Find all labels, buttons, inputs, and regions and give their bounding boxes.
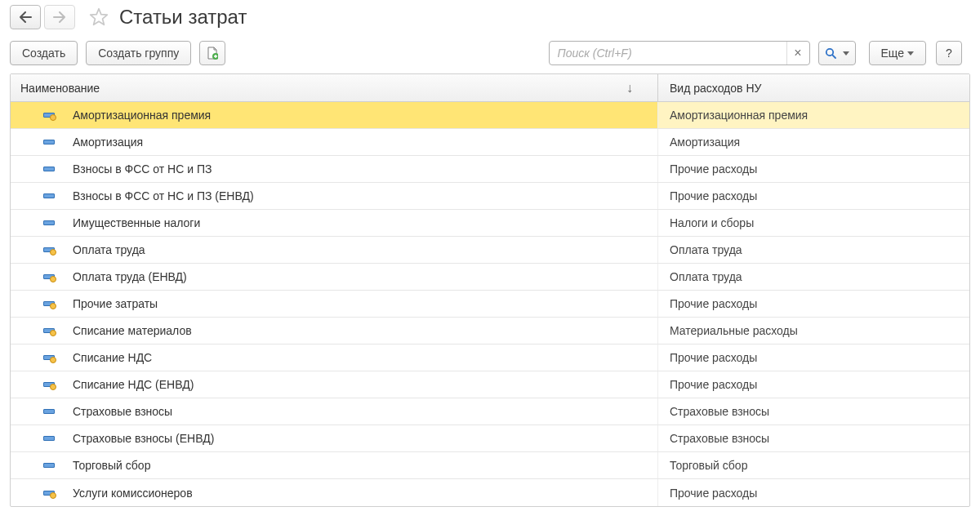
column-header-kind-label: Вид расходов НУ <box>670 82 761 95</box>
tag-dot-icon <box>43 274 55 279</box>
search-menu-button[interactable] <box>818 41 856 65</box>
row-name-label: Списание НДС <box>73 351 152 364</box>
file-add-icon <box>207 47 218 60</box>
search-input[interactable] <box>550 47 786 60</box>
cell-name: Страховые взносы (ЕНВД) <box>11 425 657 451</box>
row-name-label: Страховые взносы <box>73 405 172 418</box>
cell-name: Списание НДС (ЕНВД) <box>11 371 657 398</box>
table-row[interactable]: Имущественные налогиНалоги и сборы <box>11 210 969 237</box>
column-header-name[interactable]: Наименование ↓ <box>11 74 657 101</box>
cell-kind: Прочие расходы <box>657 291 969 317</box>
cell-name: Оплата труда (ЕНВД) <box>11 264 657 290</box>
cell-name: Прочие затраты <box>11 291 657 317</box>
row-kind-label: Материальные расходы <box>670 324 798 337</box>
row-kind-label: Амортизационная премия <box>670 109 808 122</box>
row-kind-label: Страховые взносы <box>670 432 769 445</box>
table-row[interactable]: Торговый сборТорговый сбор <box>11 452 969 479</box>
tag-dot-icon <box>43 355 55 360</box>
search-clear-button[interactable]: × <box>786 42 809 64</box>
close-icon: × <box>794 46 801 60</box>
cell-kind: Материальные расходы <box>657 318 969 344</box>
table-row[interactable]: АмортизацияАмортизация <box>11 129 969 156</box>
tag-dot-icon <box>43 301 55 306</box>
chevron-down-icon <box>907 51 914 56</box>
create-group-button-label: Создать группу <box>98 47 179 60</box>
cell-kind: Оплата труда <box>657 237 969 263</box>
table-row[interactable]: Услуги комиссионеровПрочие расходы <box>11 479 969 506</box>
cell-kind: Амортизационная премия <box>657 102 969 128</box>
cell-kind: Амортизация <box>657 129 969 155</box>
tag-icon <box>43 220 55 225</box>
table-row[interactable]: Оплата труда (ЕНВД)Оплата труда <box>11 264 969 291</box>
import-button[interactable] <box>199 41 225 65</box>
column-header-kind[interactable]: Вид расходов НУ <box>657 74 969 101</box>
page-title: Статьи затрат <box>119 6 247 29</box>
cell-name: Списание НДС <box>11 345 657 371</box>
table-row[interactable]: Взносы в ФСС от НС и ПЗПрочие расходы <box>11 156 969 183</box>
table-row[interactable]: Страховые взносы (ЕНВД)Страховые взносы <box>11 425 969 452</box>
row-kind-label: Прочие расходы <box>670 162 757 176</box>
row-name-label: Услуги комиссионеров <box>73 487 193 500</box>
create-button[interactable]: Создать <box>10 41 78 65</box>
sort-indicator-icon: ↓ <box>626 81 633 96</box>
row-kind-label: Страховые взносы <box>670 405 769 418</box>
help-button[interactable]: ? <box>936 41 962 65</box>
table-row[interactable]: Взносы в ФСС от НС и ПЗ (ЕНВД)Прочие рас… <box>11 183 969 210</box>
table-row[interactable]: Оплата трудаОплата труда <box>11 237 969 264</box>
row-kind-label: Амортизация <box>670 136 740 149</box>
item-icon <box>42 328 56 333</box>
cell-kind: Прочие расходы <box>657 156 969 182</box>
header-bar: Статьи затрат <box>0 0 980 38</box>
column-header-name-label: Наименование <box>20 82 100 95</box>
cell-kind: Страховые взносы <box>657 425 969 451</box>
tag-dot-icon <box>43 247 55 252</box>
item-icon <box>42 355 56 360</box>
item-icon <box>42 140 56 144</box>
cell-kind: Налоги и сборы <box>657 210 969 236</box>
item-icon <box>42 491 56 496</box>
tag-icon <box>43 167 55 171</box>
row-name-label: Оплата труда (ЕНВД) <box>73 270 187 283</box>
cell-kind: Прочие расходы <box>657 345 969 371</box>
grid-body: Амортизационная премияАмортизационная пр… <box>11 102 969 506</box>
tag-icon <box>43 140 55 144</box>
item-icon <box>42 436 56 441</box>
row-name-label: Списание НДС (ЕНВД) <box>73 378 194 391</box>
cell-name: Амортизация <box>11 129 657 155</box>
table-row[interactable]: Амортизационная премияАмортизационная пр… <box>11 102 969 129</box>
table-row[interactable]: Прочие затратыПрочие расходы <box>11 291 969 318</box>
tag-dot-icon <box>43 113 55 118</box>
more-button[interactable]: Еще <box>869 41 927 65</box>
tag-dot-icon <box>43 491 55 496</box>
cell-name: Страховые взносы <box>11 398 657 425</box>
item-icon <box>42 113 56 118</box>
nav-forward-button[interactable] <box>44 5 75 29</box>
row-name-label: Амортизационная премия <box>73 109 211 122</box>
nav-back-button[interactable] <box>10 5 41 29</box>
create-group-button[interactable]: Создать группу <box>86 41 191 65</box>
favorite-star-icon[interactable] <box>88 7 109 28</box>
help-button-label: ? <box>946 47 952 60</box>
row-name-label: Списание материалов <box>73 324 192 337</box>
search-field[interactable]: × <box>549 41 810 65</box>
table-row[interactable]: Списание НДСПрочие расходы <box>11 345 969 371</box>
create-button-label: Создать <box>22 47 65 60</box>
row-name-label: Оплата труда <box>73 243 145 256</box>
row-kind-label: Прочие расходы <box>670 297 757 310</box>
toolbar: Создать Создать группу × Еще ? <box>0 38 980 73</box>
cell-name: Услуги комиссионеров <box>11 479 657 506</box>
table-row[interactable]: Списание НДС (ЕНВД)Прочие расходы <box>11 371 969 398</box>
item-icon <box>42 409 56 414</box>
cell-name: Амортизационная премия <box>11 102 657 128</box>
more-button-label: Еще <box>881 47 905 60</box>
row-name-label: Страховые взносы (ЕНВД) <box>73 432 214 445</box>
row-kind-label: Оплата труда <box>670 243 742 256</box>
cell-name: Взносы в ФСС от НС и ПЗ <box>11 156 657 182</box>
item-icon <box>42 274 56 279</box>
table-row[interactable]: Списание материаловМатериальные расходы <box>11 318 969 345</box>
table-row[interactable]: Страховые взносыСтраховые взносы <box>11 398 969 425</box>
cell-kind: Страховые взносы <box>657 398 969 425</box>
tag-dot-icon <box>43 328 55 333</box>
item-icon <box>42 382 56 387</box>
row-kind-label: Прочие расходы <box>670 351 757 364</box>
